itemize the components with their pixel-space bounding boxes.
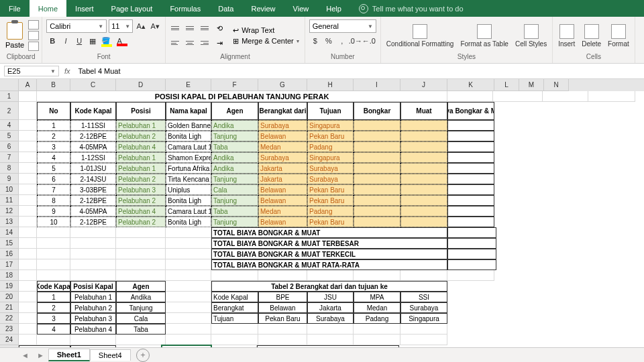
cell[interactable] xyxy=(211,270,258,281)
cell[interactable] xyxy=(19,120,37,131)
insert-cells-button[interactable]: Insert xyxy=(555,24,578,48)
cell[interactable]: Taba xyxy=(211,141,258,152)
cell[interactable]: Singapura xyxy=(400,313,447,324)
cell[interactable]: Medan xyxy=(354,302,400,313)
cell[interactable]: Belawan xyxy=(258,195,307,206)
cell[interactable] xyxy=(588,91,635,102)
row-header[interactable]: 17 xyxy=(0,259,19,270)
cell[interactable] xyxy=(19,91,37,102)
cell[interactable]: Medan xyxy=(258,206,307,217)
cell[interactable] xyxy=(166,238,211,249)
cell[interactable] xyxy=(70,335,116,345)
cell[interactable]: Camara Laut 15 xyxy=(166,206,211,217)
col-header[interactable]: N xyxy=(544,79,569,91)
increase-decimal-button[interactable]: .0→ xyxy=(350,35,362,47)
name-box[interactable]: E25▼ xyxy=(4,66,59,76)
cell[interactable] xyxy=(19,292,37,302)
cell[interactable]: TOTAL BIAYA BONGKAR & MUAT RATA-RATA xyxy=(211,259,447,270)
italic-button[interactable]: I xyxy=(60,35,72,47)
formula-input[interactable]: Tabel 4 Muat xyxy=(76,66,644,76)
cell[interactable] xyxy=(166,259,211,270)
cell[interactable] xyxy=(116,335,166,345)
cell[interactable] xyxy=(543,91,588,102)
cell[interactable] xyxy=(19,313,37,324)
cell[interactable] xyxy=(70,227,116,238)
cell[interactable]: Tanjung xyxy=(211,131,258,141)
col-header[interactable]: F xyxy=(211,79,258,91)
cell[interactable]: TOTAL BIAYA BONGKAR & MUAT xyxy=(211,227,447,238)
cell[interactable] xyxy=(447,259,496,270)
cell[interactable] xyxy=(19,217,37,227)
cell[interactable]: Pekan Baru xyxy=(258,313,307,324)
add-sheet-button[interactable]: ＋ xyxy=(136,349,150,362)
cell[interactable]: Tanjung xyxy=(211,174,258,184)
tab-review[interactable]: Review xyxy=(242,0,284,17)
accounting-format-button[interactable]: $ xyxy=(309,35,321,47)
tab-data[interactable]: Data xyxy=(209,0,242,17)
cell[interactable]: Kode Kapal xyxy=(70,102,116,120)
col-header[interactable]: G xyxy=(258,79,307,91)
cell[interactable]: 2-12BPE xyxy=(70,217,116,227)
cell[interactable] xyxy=(447,131,494,141)
cell[interactable]: Bonita Ligh xyxy=(166,195,211,206)
cell[interactable] xyxy=(19,270,37,281)
col-header[interactable]: L xyxy=(494,79,519,91)
cell[interactable]: Tanjung xyxy=(211,217,258,227)
cell[interactable]: Jakarta xyxy=(258,174,307,184)
cell[interactable]: POSISI KAPAL DI PELABUHAN TANJUNG PERAK xyxy=(37,91,447,102)
cell[interactable] xyxy=(211,324,258,335)
cell[interactable]: Tanjung xyxy=(116,302,166,313)
cell[interactable]: 9 xyxy=(37,206,70,217)
paste-button[interactable]: Paste xyxy=(3,22,27,49)
cell[interactable] xyxy=(19,335,37,345)
cell[interactable]: Pekan Baru xyxy=(307,131,354,141)
cell[interactable]: 7 xyxy=(37,184,70,195)
percent-format-button[interactable]: % xyxy=(323,35,335,47)
cell[interactable]: Cala xyxy=(211,184,258,195)
cell[interactable]: Kode Kapal xyxy=(37,281,70,292)
cell[interactable] xyxy=(116,259,166,270)
cell[interactable] xyxy=(447,174,494,184)
cell[interactable]: Taba xyxy=(211,206,258,217)
cell[interactable]: 2 xyxy=(37,302,70,313)
cell[interactable] xyxy=(307,324,354,335)
cell[interactable] xyxy=(166,292,211,302)
cell[interactable] xyxy=(400,217,447,227)
cell[interactable]: Tujuan xyxy=(307,102,354,120)
cell[interactable] xyxy=(400,324,447,335)
increase-font-button[interactable]: A▴ xyxy=(135,20,147,32)
cell[interactable]: Andika xyxy=(116,292,166,302)
decrease-font-button[interactable]: A▾ xyxy=(149,20,161,32)
cell[interactable] xyxy=(19,195,37,206)
cell[interactable]: Surabaya xyxy=(400,302,447,313)
cell[interactable] xyxy=(354,152,400,163)
cell[interactable] xyxy=(400,184,447,195)
tab-insert[interactable]: Insert xyxy=(66,0,103,17)
row-header[interactable]: 18 xyxy=(0,270,19,281)
sheet-nav-next[interactable]: ► xyxy=(33,351,48,359)
cell[interactable]: 2-12BPE xyxy=(70,131,116,141)
cell[interactable] xyxy=(19,152,37,163)
cell[interactable] xyxy=(354,120,400,131)
sheet-tab[interactable]: Sheet4 xyxy=(90,349,131,361)
cell[interactable]: No xyxy=(37,102,70,120)
cell[interactable]: Agen xyxy=(116,281,166,292)
select-all-corner[interactable] xyxy=(0,79,19,91)
cell[interactable] xyxy=(447,206,494,217)
cell[interactable] xyxy=(166,249,211,259)
row-header[interactable]: 7 xyxy=(0,152,19,163)
cell[interactable]: Jakarta xyxy=(307,302,354,313)
cell[interactable] xyxy=(37,259,70,270)
cell[interactable]: Pekan Baru xyxy=(307,217,354,227)
fill-color-button[interactable]: 🪣 xyxy=(100,35,112,47)
cell[interactable]: 2-14JSU xyxy=(70,174,116,184)
cell[interactable] xyxy=(307,270,354,281)
cell[interactable] xyxy=(70,249,116,259)
borders-button[interactable]: ▦ xyxy=(87,35,99,47)
cell[interactable]: 4-05MPA xyxy=(70,141,116,152)
cell[interactable]: Surabaya xyxy=(258,120,307,131)
cell[interactable]: Tirta Kencana xyxy=(166,174,211,184)
col-header[interactable]: I xyxy=(354,79,400,91)
cell[interactable]: Singapura xyxy=(307,120,354,131)
cell[interactable]: Posisi Kapal xyxy=(70,281,116,292)
